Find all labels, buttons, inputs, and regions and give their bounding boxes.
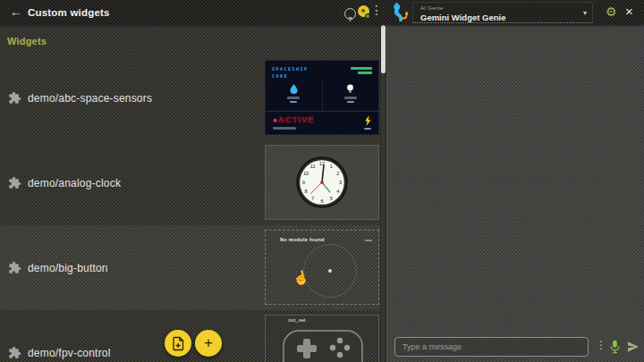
space-card-header: SPACESHIP CORE	[266, 61, 378, 81]
space-title-line2: CORE	[272, 72, 309, 80]
input-overflow-icon[interactable]: ⋮	[596, 339, 606, 351]
puzzle-icon	[8, 261, 21, 274]
widget-name: demo/big-button	[28, 262, 108, 274]
svg-text:11: 11	[310, 164, 316, 169]
top-app-bar: ← Custom widgets ? ⋮ AI Genie Gemini Wid…	[0, 0, 644, 25]
widget-row-abc-space-sensors[interactable]: demo/abc-space-sensors SPACESHIP CORE	[0, 55, 380, 140]
bulb-icon	[346, 84, 354, 94]
microphone-icon[interactable]	[609, 340, 621, 354]
widget-row-big-button[interactable]: demo/big-button No module found ☝	[0, 225, 380, 310]
message-input[interactable]	[394, 337, 589, 357]
svg-text:1: 1	[330, 164, 333, 169]
avatar[interactable]	[358, 5, 369, 17]
chat-messages-area	[387, 25, 644, 329]
widget-name: demo/analog-clock	[28, 177, 121, 189]
svg-text:6: 6	[320, 198, 323, 204]
widgets-panel: Widgets demo/abc-space-sensors SPACESHIP…	[0, 25, 385, 362]
plus-icon: +	[204, 334, 213, 352]
svg-text:9: 9	[302, 180, 305, 185]
svg-text:5: 5	[330, 196, 333, 201]
widget-name: demo/abc-space-sensors	[28, 92, 152, 105]
send-icon[interactable]	[627, 341, 640, 352]
widget-preview-analog-clock[interactable]: 12 1 2 3 4 5 6 7 8 9 10 11	[265, 145, 379, 220]
genie-icon	[390, 2, 411, 24]
widget-preview-space-sensors[interactable]: SPACESHIP CORE	[265, 60, 379, 135]
preview-corner-mark	[365, 240, 372, 241]
assistant-select-label: AI Genie	[420, 5, 444, 11]
note-add-icon	[172, 336, 185, 351]
puzzle-icon	[8, 91, 21, 105]
gamepad-icon	[280, 327, 366, 362]
assistant-select-value: Gemini Widget Genie	[420, 13, 505, 22]
space-title-line1: SPACESHIP	[272, 65, 309, 72]
new-from-file-fab[interactable]	[165, 330, 191, 357]
widget-preview-big-button[interactable]: No module found ☝	[265, 230, 379, 305]
status-text: ACTIVE	[278, 114, 315, 124]
widget-row-analog-clock[interactable]: demo/analog-clock 12 1 2 3 4 5 6 7 8 9 1…	[0, 140, 380, 225]
overflow-menu-button[interactable]: ⋮	[370, 3, 383, 17]
svg-text:10: 10	[303, 171, 309, 176]
chat-panel: ⋮	[386, 25, 644, 362]
svg-text:4: 4	[336, 189, 339, 194]
chevron-down-icon: ▾	[583, 9, 587, 17]
back-icon[interactable]: ←	[10, 4, 22, 19]
close-icon[interactable]: ×	[625, 4, 633, 19]
assistant-select[interactable]: AI Genie Gemini Widget Genie ▾	[412, 2, 593, 23]
no-module-text: No module found	[280, 237, 325, 242]
analog-clock-face: 12 1 2 3 4 5 6 7 8 9 10 11	[294, 155, 350, 210]
widget-name: demo/fpv-control	[28, 347, 111, 359]
not-set-label: not_set	[288, 317, 306, 323]
droplet-icon	[290, 84, 298, 94]
svg-text:7: 7	[311, 196, 314, 201]
app-window: ← Custom widgets ? ⋮ AI Genie Gemini Wid…	[0, 0, 644, 362]
svg-text:2: 2	[336, 171, 339, 176]
help-icon: ?	[348, 15, 352, 23]
page-title: Custom widgets	[28, 0, 110, 25]
puzzle-icon	[8, 346, 21, 359]
bolt-icon	[364, 115, 371, 126]
widget-row-fpv-control[interactable]: demo/fpv-control not_set	[0, 310, 380, 362]
add-widget-fab[interactable]: +	[195, 330, 222, 357]
scrollbar-track[interactable]	[381, 25, 386, 362]
widget-preview-fpv-control[interactable]: not_set	[265, 315, 379, 362]
help-button[interactable]: ?	[344, 8, 356, 20]
space-sensor-cells	[266, 81, 378, 111]
space-status-row: ●ACTIVE	[266, 111, 378, 130]
svg-text:3: 3	[339, 180, 342, 185]
space-values	[351, 65, 372, 80]
avatar-mark	[361, 9, 365, 13]
scrollbar-thumb[interactable]	[381, 25, 386, 73]
gear-icon[interactable]: ⚙	[606, 4, 617, 19]
svg-text:8: 8	[305, 189, 308, 194]
button-center-dot	[328, 269, 332, 273]
puzzle-icon	[8, 176, 21, 189]
section-label: Widgets	[7, 36, 47, 46]
